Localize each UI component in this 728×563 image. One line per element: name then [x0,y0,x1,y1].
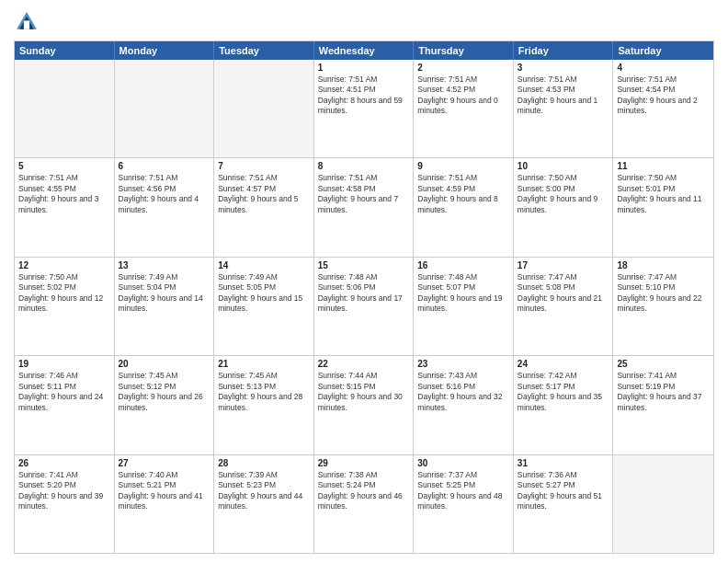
day-number: 30 [417,458,509,468]
day-number: 3 [518,63,609,73]
day-number: 26 [18,458,110,468]
calendar-day-21: 21Sunrise: 7:45 AMSunset: 5:13 PMDayligh… [214,356,314,454]
calendar-day-16: 16Sunrise: 7:48 AMSunset: 5:07 PMDayligh… [414,258,514,355]
day-number: 29 [318,458,410,468]
calendar-day-22: 22Sunrise: 7:44 AMSunset: 5:15 PMDayligh… [314,356,415,454]
weekday-header-friday: Friday [514,41,614,60]
day-info: Sunrise: 7:37 AMSunset: 5:25 PMDaylight:… [417,470,509,512]
day-info: Sunrise: 7:51 AMSunset: 4:54 PMDaylight:… [617,75,710,117]
day-number: 13 [119,260,210,270]
day-info: Sunrise: 7:47 AMSunset: 5:08 PMDaylight:… [518,272,609,315]
calendar-day-1: 1Sunrise: 7:51 AMSunset: 4:51 PMDaylight… [314,60,415,157]
day-number: 27 [119,458,210,468]
day-info: Sunrise: 7:45 AMSunset: 5:13 PMDaylight:… [218,371,310,413]
day-info: Sunrise: 7:51 AMSunset: 4:52 PMDaylight:… [417,75,509,117]
calendar-day-5: 5Sunrise: 7:51 AMSunset: 4:55 PMDaylight… [15,158,115,256]
day-number: 19 [18,359,110,369]
day-info: Sunrise: 7:50 AMSunset: 5:02 PMDaylight:… [18,272,110,315]
calendar-body: 1Sunrise: 7:51 AMSunset: 4:51 PMDaylight… [15,60,713,553]
day-number: 14 [218,260,310,270]
day-info: Sunrise: 7:51 AMSunset: 4:57 PMDaylight:… [218,173,310,215]
calendar-day-30: 30Sunrise: 7:37 AMSunset: 5:25 PMDayligh… [414,455,514,553]
calendar-day-28: 28Sunrise: 7:39 AMSunset: 5:23 PMDayligh… [214,455,314,553]
calendar-empty-cell [115,60,215,157]
day-number: 22 [318,359,410,369]
day-info: Sunrise: 7:48 AMSunset: 5:06 PMDaylight:… [318,272,410,315]
calendar-day-10: 10Sunrise: 7:50 AMSunset: 5:00 PMDayligh… [514,158,614,256]
day-number: 25 [617,359,710,369]
calendar-day-6: 6Sunrise: 7:51 AMSunset: 4:56 PMDaylight… [115,158,215,256]
header [14,9,714,35]
weekday-header-monday: Monday [115,41,215,60]
day-number: 7 [218,161,310,171]
day-number: 28 [218,458,310,468]
day-number: 8 [318,161,410,171]
day-info: Sunrise: 7:46 AMSunset: 5:11 PMDaylight:… [18,371,110,413]
day-info: Sunrise: 7:51 AMSunset: 4:53 PMDaylight:… [518,75,609,117]
day-info: Sunrise: 7:47 AMSunset: 5:10 PMDaylight:… [617,272,710,315]
day-number: 24 [518,359,609,369]
calendar-row-1: 5Sunrise: 7:51 AMSunset: 4:55 PMDaylight… [15,157,713,256]
day-number: 12 [18,260,110,270]
calendar-day-26: 26Sunrise: 7:41 AMSunset: 5:20 PMDayligh… [15,455,115,553]
day-info: Sunrise: 7:51 AMSunset: 4:51 PMDaylight:… [318,75,410,117]
day-number: 18 [617,260,710,270]
weekday-header-tuesday: Tuesday [214,41,314,60]
logo [14,9,43,35]
logo-icon [14,9,40,35]
calendar-day-17: 17Sunrise: 7:47 AMSunset: 5:08 PMDayligh… [514,258,614,355]
calendar-day-11: 11Sunrise: 7:50 AMSunset: 5:01 PMDayligh… [613,158,713,256]
calendar-row-3: 19Sunrise: 7:46 AMSunset: 5:11 PMDayligh… [15,355,713,454]
day-info: Sunrise: 7:51 AMSunset: 4:58 PMDaylight:… [318,173,410,215]
day-info: Sunrise: 7:44 AMSunset: 5:15 PMDaylight:… [318,371,410,413]
day-number: 9 [417,161,509,171]
calendar-day-23: 23Sunrise: 7:43 AMSunset: 5:16 PMDayligh… [414,356,514,454]
day-info: Sunrise: 7:50 AMSunset: 5:00 PMDaylight:… [518,173,609,215]
calendar-day-31: 31Sunrise: 7:36 AMSunset: 5:27 PMDayligh… [514,455,614,553]
day-info: Sunrise: 7:50 AMSunset: 5:01 PMDaylight:… [617,173,710,215]
weekday-header-saturday: Saturday [613,41,713,60]
day-info: Sunrise: 7:51 AMSunset: 4:56 PMDaylight:… [119,173,210,215]
day-number: 21 [218,359,310,369]
calendar-empty-cell [15,60,115,157]
page: SundayMondayTuesdayWednesdayThursdayFrid… [0,0,728,563]
calendar-day-29: 29Sunrise: 7:38 AMSunset: 5:24 PMDayligh… [314,455,415,553]
day-info: Sunrise: 7:43 AMSunset: 5:16 PMDaylight:… [417,371,509,413]
day-info: Sunrise: 7:49 AMSunset: 5:04 PMDaylight:… [119,272,210,315]
calendar-day-2: 2Sunrise: 7:51 AMSunset: 4:52 PMDaylight… [414,60,514,157]
svg-rect-2 [24,20,29,29]
day-number: 31 [518,458,609,468]
day-info: Sunrise: 7:51 AMSunset: 4:59 PMDaylight:… [417,173,509,215]
day-number: 23 [417,359,509,369]
day-info: Sunrise: 7:41 AMSunset: 5:19 PMDaylight:… [617,371,710,413]
calendar-day-15: 15Sunrise: 7:48 AMSunset: 5:06 PMDayligh… [314,258,415,355]
calendar-row-2: 12Sunrise: 7:50 AMSunset: 5:02 PMDayligh… [15,257,713,355]
calendar-day-8: 8Sunrise: 7:51 AMSunset: 4:58 PMDaylight… [314,158,415,256]
calendar-day-27: 27Sunrise: 7:40 AMSunset: 5:21 PMDayligh… [115,455,215,553]
calendar-day-3: 3Sunrise: 7:51 AMSunset: 4:53 PMDaylight… [514,60,614,157]
day-info: Sunrise: 7:40 AMSunset: 5:21 PMDaylight:… [119,470,210,512]
weekday-header-wednesday: Wednesday [314,41,415,60]
day-number: 15 [318,260,410,270]
calendar-day-14: 14Sunrise: 7:49 AMSunset: 5:05 PMDayligh… [214,258,314,355]
day-info: Sunrise: 7:51 AMSunset: 4:55 PMDaylight:… [18,173,110,215]
day-info: Sunrise: 7:48 AMSunset: 5:07 PMDaylight:… [417,272,509,315]
day-info: Sunrise: 7:45 AMSunset: 5:12 PMDaylight:… [119,371,210,413]
weekday-header-sunday: Sunday [15,41,115,60]
day-info: Sunrise: 7:49 AMSunset: 5:05 PMDaylight:… [218,272,310,315]
calendar-empty-cell [613,455,713,553]
day-info: Sunrise: 7:38 AMSunset: 5:24 PMDaylight:… [318,470,410,512]
calendar-day-20: 20Sunrise: 7:45 AMSunset: 5:12 PMDayligh… [115,356,215,454]
day-number: 2 [417,63,509,73]
day-number: 17 [518,260,609,270]
calendar-day-13: 13Sunrise: 7:49 AMSunset: 5:04 PMDayligh… [115,258,215,355]
day-info: Sunrise: 7:41 AMSunset: 5:20 PMDaylight:… [18,470,110,512]
day-number: 1 [318,63,410,73]
calendar-empty-cell [214,60,314,157]
day-info: Sunrise: 7:39 AMSunset: 5:23 PMDaylight:… [218,470,310,512]
calendar-row-4: 26Sunrise: 7:41 AMSunset: 5:20 PMDayligh… [15,454,713,553]
calendar: SundayMondayTuesdayWednesdayThursdayFrid… [14,40,714,554]
calendar-day-9: 9Sunrise: 7:51 AMSunset: 4:59 PMDaylight… [414,158,514,256]
day-number: 4 [617,63,710,73]
day-number: 5 [18,161,110,171]
